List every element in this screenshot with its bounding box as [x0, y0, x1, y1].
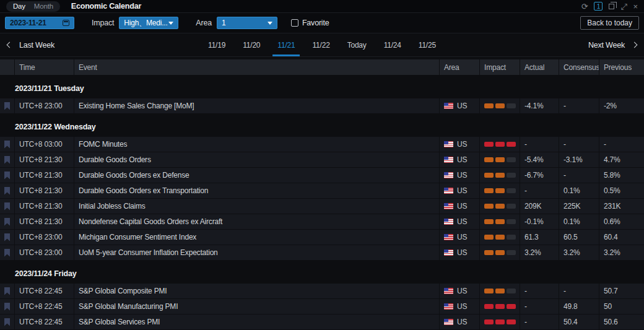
- bookmark-cell[interactable]: [0, 183, 15, 198]
- day-tab-11-20[interactable]: 11/20: [243, 33, 260, 56]
- date-picker[interactable]: 2023-11-21: [5, 17, 74, 29]
- impact-level-indicator: [484, 173, 516, 178]
- bookmark-icon[interactable]: [4, 172, 10, 180]
- table-row[interactable]: UTC+8 21:30Durable Goods OrdersUS-5.4%-3…: [0, 152, 644, 167]
- table-row[interactable]: UTC+8 23:00Existing Home Sales Change [M…: [0, 98, 644, 113]
- back-to-today-button[interactable]: Back to today: [580, 16, 639, 30]
- favorite-checkbox[interactable]: [291, 19, 298, 27]
- area-dropdown-value: 1: [222, 19, 225, 27]
- day-tab-11-21[interactable]: 11/21: [277, 33, 295, 56]
- table-row[interactable]: UTC+8 21:30Initial Jobless ClaimsUS209K2…: [0, 199, 644, 214]
- day-tab-11-19[interactable]: 11/19: [208, 33, 225, 56]
- table-row[interactable]: UTC+8 23:00Michigan Consumer Sentiment I…: [0, 230, 644, 245]
- area-dropdown[interactable]: 1: [217, 17, 277, 29]
- day-tab-today[interactable]: Today: [347, 33, 367, 56]
- tab-month[interactable]: Month: [30, 2, 58, 10]
- area-label: US: [457, 233, 467, 241]
- event-area: US: [440, 199, 480, 214]
- bookmark-icon[interactable]: [4, 249, 10, 257]
- bookmark-icon[interactable]: [4, 218, 10, 226]
- column-header-consensus: Consensus: [559, 59, 599, 75]
- column-header-time: Time: [15, 59, 74, 75]
- table-row[interactable]: UTC+8 03:00FOMC MinutesUS---: [0, 137, 644, 152]
- bookmark-icon[interactable]: [4, 156, 10, 164]
- impact-bar: [484, 157, 494, 162]
- impact-cell: [480, 245, 520, 260]
- impact-bar: [507, 103, 516, 108]
- event-area: US: [440, 284, 480, 298]
- impact-level-indicator: [484, 219, 516, 224]
- tab-day[interactable]: Day: [9, 2, 30, 10]
- previous-value: 50.7: [599, 284, 644, 298]
- bookmark-icon[interactable]: [4, 187, 10, 195]
- impact-dropdown[interactable]: High、Medi...: [119, 17, 178, 29]
- area-label: US: [457, 202, 467, 211]
- impact-level-indicator: [484, 188, 516, 193]
- table-row[interactable]: UTC+8 21:30Durable Goods Orders ex Trans…: [0, 183, 644, 198]
- column-header-actual: Actual: [520, 59, 559, 75]
- layout-badge-icon[interactable]: 1: [594, 2, 603, 11]
- day-tab-11-24[interactable]: 11/24: [384, 33, 401, 56]
- us-flag-icon: [444, 188, 453, 194]
- bookmark-cell[interactable]: [0, 284, 15, 298]
- table-row[interactable]: UTC+8 21:30Nondefense Capital Goods Orde…: [0, 214, 644, 229]
- area-label: US: [457, 287, 467, 295]
- next-week-button[interactable]: Next Week: [588, 41, 637, 50]
- bookmark-cell[interactable]: [0, 199, 15, 214]
- event-area: US: [440, 183, 480, 198]
- impact-level-indicator: [484, 319, 516, 324]
- bookmark-icon[interactable]: [4, 141, 10, 149]
- bookmark-icon[interactable]: [4, 318, 10, 326]
- impact-cell: [480, 168, 520, 183]
- bookmark-icon[interactable]: [4, 202, 10, 211]
- impact-bar: [495, 173, 505, 178]
- bookmark-cell[interactable]: [0, 214, 15, 229]
- previous-value: 50.6: [599, 315, 644, 329]
- actual-value: -5.4%: [520, 152, 559, 167]
- bookmark-cell[interactable]: [0, 98, 15, 113]
- expand-icon[interactable]: ⤢: [620, 2, 627, 11]
- day-tab-11-25[interactable]: 11/25: [419, 33, 436, 56]
- bookmark-cell[interactable]: [0, 230, 15, 245]
- bookmark-icon[interactable]: [4, 233, 10, 241]
- bookmark-icon[interactable]: [4, 303, 10, 311]
- area-label: US: [457, 302, 467, 311]
- table-row[interactable]: UTC+8 22:45S&P Global Manufacturing PMIU…: [0, 299, 644, 314]
- bookmark-cell[interactable]: [0, 315, 15, 329]
- chevron-down-icon: [268, 22, 272, 25]
- day-tab-11-22[interactable]: 11/22: [312, 33, 329, 56]
- bookmark-icon[interactable]: [4, 287, 10, 295]
- bookmark-cell[interactable]: [0, 168, 15, 183]
- table-row[interactable]: UTC+8 21:30Durable Goods Orders ex Defen…: [0, 168, 644, 183]
- close-icon[interactable]: ×: [633, 2, 638, 11]
- bookmark-cell[interactable]: [0, 299, 15, 314]
- consensus-value: -: [559, 137, 599, 152]
- impact-bar: [495, 304, 505, 309]
- actual-value: -6.7%: [520, 168, 559, 183]
- impact-bar: [495, 250, 505, 255]
- table-row[interactable]: UTC+8 23:00UoM 5-year Consumer Inflation…: [0, 245, 644, 260]
- impact-cell: [480, 199, 520, 214]
- impact-bar: [495, 103, 505, 108]
- bookmark-cell[interactable]: [0, 152, 15, 167]
- actual-value: -: [520, 284, 559, 298]
- table-row[interactable]: UTC+8 22:45S&P Global Services PMIUS-50.…: [0, 315, 644, 329]
- event-time: UTC+8 23:00: [15, 245, 74, 260]
- impact-cell: [480, 315, 520, 329]
- area-label: US: [457, 171, 467, 180]
- area-label: US: [457, 248, 467, 257]
- event-area: US: [440, 152, 480, 167]
- refresh-icon[interactable]: ⟳: [581, 2, 588, 11]
- impact-level-indicator: [484, 304, 516, 309]
- week-navigation: Last Week 11/1911/2011/2111/22Today11/24…: [0, 33, 644, 57]
- table-row[interactable]: UTC+8 22:45S&P Global Composite PMIUS--5…: [0, 284, 644, 298]
- impact-bar: [484, 250, 494, 255]
- restore-window-icon[interactable]: [609, 4, 614, 9]
- bookmark-icon[interactable]: [4, 102, 10, 110]
- bookmark-cell[interactable]: [0, 137, 15, 152]
- last-week-button[interactable]: Last Week: [7, 41, 54, 50]
- event-name: Durable Goods Orders: [74, 152, 440, 167]
- impact-bar: [507, 142, 516, 147]
- bookmark-cell[interactable]: [0, 245, 15, 260]
- us-flag-icon: [444, 203, 453, 209]
